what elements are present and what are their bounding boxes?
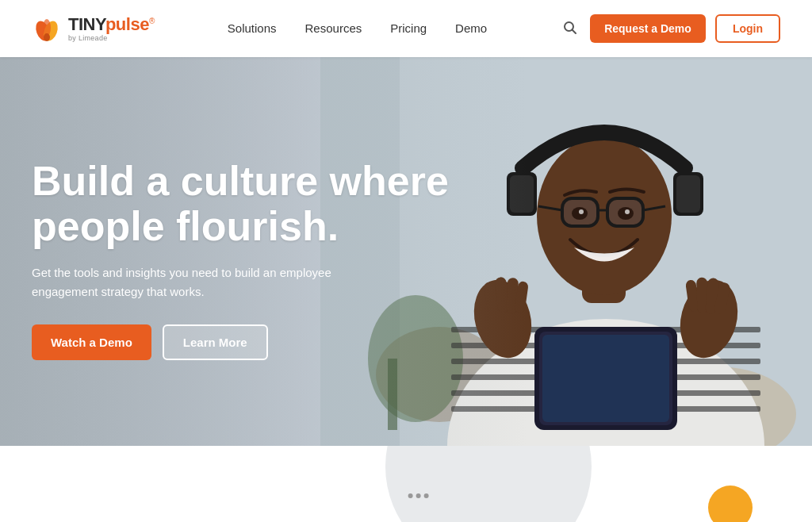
navbar: TINYpulse® by Limeade Solutions Resource… [0,0,812,57]
nav-link-pricing[interactable]: Pricing [390,21,427,35]
nav-link-resources[interactable]: Resources [305,21,362,35]
dot-2 [416,493,421,498]
nav-item-resources[interactable]: Resources [305,21,362,36]
hero-content: Build a culture where people flourish. G… [32,57,476,446]
hero-section: Build a culture where people flourish. G… [0,57,812,446]
svg-line-5 [573,29,576,33]
logo[interactable]: TINYpulse® by Limeade [32,13,155,44]
logo-icon [32,13,62,44]
hero-subtext: Get the tools and insights you need to b… [32,263,396,301]
watch-demo-button[interactable]: Watch a Demo [32,324,151,360]
nav-item-solutions[interactable]: Solutions [228,21,277,36]
nav-links: Solutions Resources Pricing Demo [228,21,487,36]
logo-text: TINYpulse® by Limeade [68,16,155,42]
hero-buttons: Watch a Demo Learn More [32,324,476,360]
below-hero [0,446,812,522]
dot-3 [424,493,429,498]
search-button[interactable] [560,17,580,40]
nav-item-demo[interactable]: Demo [455,21,487,36]
svg-point-3 [44,33,50,41]
request-demo-button[interactable]: Request a Demo [590,14,706,43]
circle-decoration [385,446,592,522]
nav-link-solutions[interactable]: Solutions [228,21,277,35]
login-button[interactable]: Login [715,14,780,43]
learn-more-button[interactable]: Learn More [163,324,268,360]
nav-item-pricing[interactable]: Pricing [390,21,427,36]
nav-actions: Request a Demo Login [560,14,780,43]
orange-circle-decoration [708,486,753,522]
nav-link-demo[interactable]: Demo [455,21,487,35]
dot-1 [408,493,413,498]
logo-brand: TINYpulse® [68,16,155,33]
hero-heading: Build a culture where people flourish. [32,159,476,249]
search-icon [563,21,577,35]
icon-dots [408,493,429,498]
logo-sub: by Limeade [68,35,155,42]
